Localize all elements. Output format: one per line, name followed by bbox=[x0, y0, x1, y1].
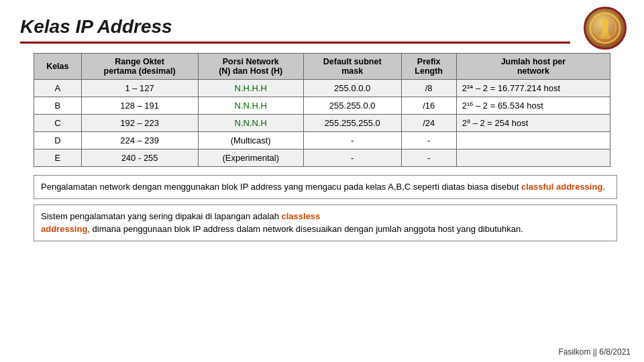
cell-range: 128 – 191 bbox=[81, 97, 198, 115]
svg-marker-4 bbox=[600, 25, 610, 38]
col-kelas: Kelas bbox=[34, 54, 82, 80]
cell-kelas: E bbox=[34, 149, 82, 167]
col-jumlah: Jumlah host pernetwork bbox=[456, 54, 610, 80]
cell-jumlah: 2²⁴ – 2 = 16.777.214 host bbox=[456, 80, 610, 97]
cell-prefix: - bbox=[401, 132, 456, 149]
info2-text-between: , dimana penggunaan blok IP address dala… bbox=[87, 224, 523, 234]
info1-text-after: . bbox=[602, 182, 605, 192]
table-row: B128 – 191N.N.H.H255.255.0.0/162¹⁶ – 2 =… bbox=[34, 97, 610, 115]
title-divider bbox=[20, 42, 570, 44]
cell-subnet: - bbox=[303, 132, 401, 149]
cell-range: 192 – 223 bbox=[81, 115, 198, 132]
cell-jumlah: 2⁸ – 2 = 254 host bbox=[456, 115, 610, 132]
page: Kelas IP Address Kelas Range Oktetpertam… bbox=[0, 0, 644, 362]
table-row: C192 – 223N.N.N.H255.255.255.0/242⁸ – 2 … bbox=[34, 115, 610, 132]
logo-area bbox=[584, 7, 631, 54]
cell-prefix: /24 bbox=[401, 115, 456, 132]
col-range: Range Oktetpertama (desimal) bbox=[81, 54, 198, 80]
cell-subnet: 255.255.0.0 bbox=[303, 97, 401, 115]
cell-porsi: N.H.H.H bbox=[198, 80, 303, 97]
cell-prefix: /16 bbox=[401, 97, 456, 115]
cell-range: 1 – 127 bbox=[81, 80, 198, 97]
cell-subnet: 255.0.0.0 bbox=[303, 80, 401, 97]
table-row: E240 - 255(Experimental)-- bbox=[34, 149, 610, 167]
cell-subnet: 255.255.255.0 bbox=[303, 115, 401, 132]
info-box-classless: Sistem pengalamatan yang sering dipakai … bbox=[34, 204, 617, 241]
cell-prefix: /8 bbox=[401, 80, 456, 97]
cell-kelas: C bbox=[34, 115, 82, 132]
footer-label: Fasilkom || 6/8/2021 bbox=[558, 347, 631, 357]
cell-range: 240 - 255 bbox=[81, 149, 198, 167]
table-row: D224 – 239(Multicast)-- bbox=[34, 132, 610, 149]
info-box-classful: Pengalamatan network dengan menggunakan … bbox=[34, 175, 617, 199]
page-title: Kelas IP Address bbox=[20, 16, 624, 38]
info2-text-before: Sistem pengalamatan yang sering dipakai … bbox=[41, 211, 281, 221]
info1-highlight: classful addressing bbox=[521, 182, 602, 192]
cell-jumlah bbox=[456, 132, 610, 149]
cell-porsi: N.N.N.H bbox=[198, 115, 303, 132]
cell-kelas: D bbox=[34, 132, 82, 149]
ip-address-table: Kelas Range Oktetpertama (desimal) Porsi… bbox=[34, 53, 610, 167]
cell-subnet: - bbox=[303, 149, 401, 167]
university-logo bbox=[584, 7, 627, 50]
cell-kelas: A bbox=[34, 80, 82, 97]
col-porsi: Porsi Network(N) dan Host (H) bbox=[198, 54, 303, 80]
col-prefix: PrefixLength bbox=[401, 54, 456, 80]
cell-porsi: (Multicast) bbox=[198, 132, 303, 149]
footer: Fasilkom || 6/8/2021 bbox=[558, 347, 631, 357]
col-subnet: Default subnetmask bbox=[303, 54, 401, 80]
cell-jumlah bbox=[456, 149, 610, 167]
cell-porsi: N.N.H.H bbox=[198, 97, 303, 115]
info1-text-before: Pengalamatan network dengan menggunakan … bbox=[41, 182, 521, 192]
cell-kelas: B bbox=[34, 97, 82, 115]
svg-point-2 bbox=[602, 19, 608, 26]
logo-inner bbox=[588, 11, 622, 45]
cell-porsi: (Experimental) bbox=[198, 149, 303, 167]
cell-range: 224 – 239 bbox=[81, 132, 198, 149]
cell-prefix: - bbox=[401, 149, 456, 167]
table-row: A1 – 127N.H.H.H255.0.0.0/82²⁴ – 2 = 16.7… bbox=[34, 80, 610, 97]
table-header-row: Kelas Range Oktetpertama (desimal) Porsi… bbox=[34, 54, 610, 80]
cell-jumlah: 2¹⁶ – 2 = 65.534 host bbox=[456, 97, 610, 115]
